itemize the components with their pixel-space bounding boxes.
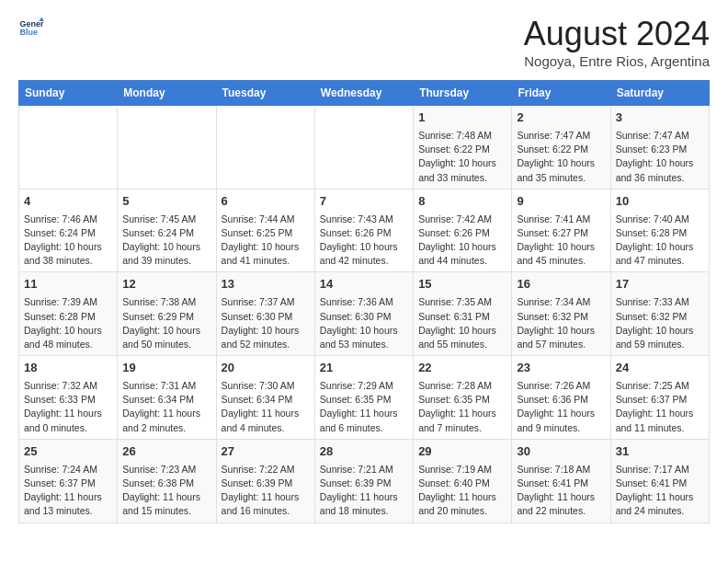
column-header-monday: Monday [118,81,216,106]
day-info: Sunrise: 7:47 AM [517,129,605,143]
day-info: Sunrise: 7:19 AM [418,463,506,477]
day-number: 17 [616,276,704,293]
day-info: Sunrise: 7:22 AM [222,463,310,477]
day-info: Sunset: 6:35 PM [418,393,506,407]
calendar-cell: 20Sunrise: 7:30 AMSunset: 6:34 PMDayligh… [216,356,314,440]
day-number: 15 [418,276,506,293]
day-info: Daylight: 10 hours [122,324,210,338]
day-info: and 45 minutes. [517,254,605,268]
day-info: Sunset: 6:41 PM [616,477,704,490]
day-info: Sunset: 6:24 PM [122,226,210,240]
day-info: Sunset: 6:30 PM [320,310,408,324]
calendar-cell: 7Sunrise: 7:43 AMSunset: 6:26 PMDaylight… [314,189,413,272]
calendar-cell: 24Sunrise: 7:25 AMSunset: 6:37 PMDayligh… [610,356,709,440]
day-info: Sunrise: 7:30 AM [222,379,310,393]
day-number: 9 [517,193,605,211]
calendar-week-row: 1Sunrise: 7:48 AMSunset: 6:22 PMDaylight… [19,106,710,190]
day-info: and 35 minutes. [517,171,605,185]
day-info: and 24 minutes. [616,504,704,518]
day-info: Sunrise: 7:41 AM [517,213,605,226]
day-info: and 4 minutes. [222,421,310,435]
day-number: 23 [517,360,605,377]
day-number: 10 [616,193,704,211]
calendar-cell: 29Sunrise: 7:19 AMSunset: 6:40 PMDayligh… [414,439,512,523]
day-info: Daylight: 10 hours [517,324,605,338]
day-info: Sunset: 6:39 PM [222,477,310,490]
calendar-cell: 13Sunrise: 7:37 AMSunset: 6:30 PMDayligh… [216,272,314,356]
day-info: Sunset: 6:22 PM [517,143,605,156]
day-info: Sunset: 6:32 PM [517,310,605,324]
day-info: and 50 minutes. [122,338,210,351]
day-info: and 44 minutes. [418,254,506,268]
day-info: Sunrise: 7:28 AM [418,379,506,393]
day-info: and 16 minutes. [222,504,310,518]
day-number: 6 [222,193,310,211]
day-info: Daylight: 11 hours [24,490,112,504]
day-info: Daylight: 10 hours [517,156,605,170]
day-info: and 20 minutes. [418,504,506,518]
day-info: Daylight: 11 hours [616,407,704,420]
day-number: 26 [122,443,210,461]
calendar-cell: 3Sunrise: 7:47 AMSunset: 6:23 PMDaylight… [610,106,709,190]
day-info: Sunrise: 7:43 AM [320,213,408,226]
day-info: Daylight: 10 hours [320,240,408,254]
day-info: Daylight: 11 hours [320,407,408,420]
day-info: Sunset: 6:27 PM [517,226,605,240]
day-info: Sunrise: 7:44 AM [222,213,310,226]
calendar-cell: 22Sunrise: 7:28 AMSunset: 6:35 PMDayligh… [414,356,512,440]
day-info: Sunrise: 7:31 AM [122,379,210,393]
calendar-cell: 10Sunrise: 7:40 AMSunset: 6:28 PMDayligh… [610,189,709,272]
day-info: Sunset: 6:33 PM [24,393,112,407]
calendar-week-row: 11Sunrise: 7:39 AMSunset: 6:28 PMDayligh… [19,272,710,356]
day-info: and 33 minutes. [418,171,506,185]
day-info: Sunrise: 7:21 AM [320,463,408,477]
day-info: and 42 minutes. [320,254,408,268]
day-info: Daylight: 10 hours [418,156,506,170]
calendar-cell: 9Sunrise: 7:41 AMSunset: 6:27 PMDaylight… [512,189,610,272]
day-info: and 55 minutes. [418,338,506,351]
day-info: and 39 minutes. [122,254,210,268]
day-info: Sunset: 6:34 PM [122,393,210,407]
day-info: Sunset: 6:36 PM [517,393,605,407]
calendar-cell: 5Sunrise: 7:45 AMSunset: 6:24 PMDaylight… [118,189,216,272]
calendar-cell: 23Sunrise: 7:26 AMSunset: 6:36 PMDayligh… [512,356,610,440]
day-info: Daylight: 10 hours [222,324,310,338]
day-info: Daylight: 11 hours [517,490,605,504]
calendar-table: SundayMondayTuesdayWednesdayThursdayFrid… [18,80,710,523]
day-info: Daylight: 11 hours [418,407,506,420]
day-info: Daylight: 10 hours [122,240,210,254]
day-info: Sunrise: 7:24 AM [24,463,112,477]
day-info: and 0 minutes. [24,421,112,435]
day-info: Sunset: 6:23 PM [616,143,704,156]
day-number: 16 [517,276,605,293]
day-number: 13 [222,276,310,293]
day-info: Daylight: 10 hours [517,240,605,254]
day-info: and 6 minutes. [320,421,408,435]
day-info: Sunrise: 7:32 AM [24,379,112,393]
day-number: 24 [616,360,704,377]
title-area: August 2024 Nogoya, Entre Rios, Argentin… [524,15,710,69]
day-info: Sunrise: 7:40 AM [616,213,704,226]
day-info: and 7 minutes. [418,421,506,435]
column-header-wednesday: Wednesday [314,81,413,106]
calendar-cell: 8Sunrise: 7:42 AMSunset: 6:26 PMDaylight… [414,189,512,272]
calendar-cell: 15Sunrise: 7:35 AMSunset: 6:31 PMDayligh… [414,272,512,356]
calendar-week-row: 4Sunrise: 7:46 AMSunset: 6:24 PMDaylight… [19,189,710,272]
day-info: Sunset: 6:37 PM [24,477,112,490]
day-info: and 9 minutes. [517,421,605,435]
calendar-cell: 26Sunrise: 7:23 AMSunset: 6:38 PMDayligh… [118,439,216,523]
calendar-header-row: SundayMondayTuesdayWednesdayThursdayFrid… [19,81,710,106]
day-info: Daylight: 11 hours [517,407,605,420]
day-number: 18 [24,360,112,377]
day-number: 4 [24,193,112,211]
day-info: Sunset: 6:28 PM [616,226,704,240]
day-info: Sunset: 6:22 PM [418,143,506,156]
day-info: Sunrise: 7:36 AM [320,295,408,309]
calendar-cell [216,106,314,190]
day-number: 25 [24,443,112,461]
day-info: Sunrise: 7:42 AM [418,213,506,226]
column-header-sunday: Sunday [19,81,118,106]
day-info: Sunset: 6:30 PM [222,310,310,324]
day-number: 8 [418,193,506,211]
day-info: and 59 minutes. [616,338,704,351]
